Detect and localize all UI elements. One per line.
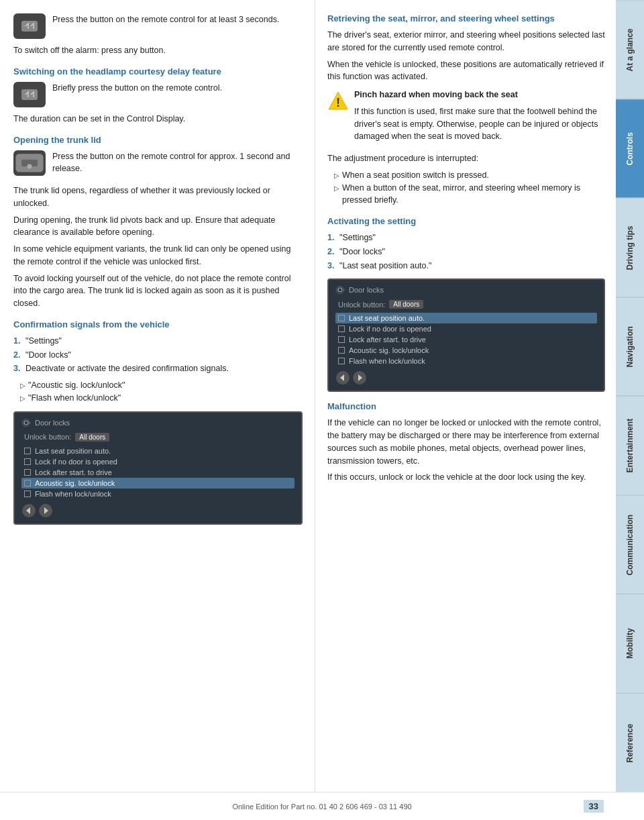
- switch-alarm-text: To switch off the alarm: press any butto…: [13, 44, 303, 57]
- section-confirmation-heading: Confirmation signals from the vehicle: [13, 319, 303, 329]
- screen-row: Lock after start. to drive: [335, 334, 597, 345]
- left-arrow-icon: [21, 503, 36, 518]
- sidebar-tab-navigation[interactable]: Navigation: [616, 297, 644, 397]
- list-item: 1."Settings": [327, 232, 605, 244]
- list-item: 3."Last seat position auto.": [327, 260, 605, 272]
- trunk-p3: In some vehicle equipment variants, the …: [13, 243, 303, 268]
- screen-checkbox: [24, 491, 31, 497]
- pinch-warning-box: ! Pinch hazard when moving back the seat…: [327, 89, 605, 147]
- activating-list: 1."Settings" 2."Door locks" 3."Last seat…: [327, 232, 605, 272]
- screen-checkbox: [338, 336, 345, 343]
- trunk-text: Press the button on the remote control f…: [52, 150, 303, 176]
- list-item: "Acoustic sig. lock/unlock": [20, 379, 303, 392]
- right-column: Retrieving the seat, mirror, and steerin…: [315, 0, 616, 792]
- sidebar-tab-driving-tips[interactable]: Driving tips: [616, 198, 644, 297]
- confirmation-list: 1."Settings" 2."Door locks" 3.Deactivate…: [13, 335, 303, 375]
- left-arrow-icon: [335, 370, 350, 385]
- pinch-detail: If this function is used, first make sur…: [354, 105, 605, 143]
- headlamp-text: Briefly press the button on the remote c…: [52, 82, 222, 95]
- page-number: 33: [584, 800, 604, 813]
- sidebar-tab-entertainment[interactable]: Entertainment: [616, 396, 644, 495]
- screen-row: Last seat position auto.: [21, 446, 294, 456]
- screen-checkbox: [338, 315, 345, 321]
- press-remote-text: Press the button on the remote control f…: [52, 13, 279, 26]
- list-item: 1."Settings": [13, 335, 303, 348]
- screen-row-label: Lock after start. to drive: [349, 336, 426, 344]
- sidebar-tab-communication[interactable]: Communication: [616, 495, 644, 595]
- left-screen-title: Door locks: [35, 419, 70, 427]
- list-item: "Flash when lock/unlock": [20, 392, 303, 405]
- trunk-p1: The trunk lid opens, regardless of wheth…: [13, 185, 303, 210]
- svg-point-6: [23, 419, 30, 426]
- screen-row: Flash when lock/unlock: [335, 356, 597, 366]
- press-remote-section: Press the button on the remote control f…: [13, 13, 303, 39]
- svg-rect-1: [21, 89, 38, 100]
- main-content: Press the button on the remote control f…: [0, 0, 616, 792]
- sidebar-tab-controls[interactable]: Controls: [616, 99, 644, 199]
- malfunction-p1: If the vehicle can no longer be locked o…: [327, 417, 605, 467]
- screen-row: Lock if no door is opened: [21, 456, 294, 467]
- left-column: Press the button on the remote control f…: [0, 0, 315, 792]
- screen-row: Lock if no door is opened: [335, 323, 597, 334]
- headlamp-icon-section: Briefly press the button on the remote c…: [13, 82, 303, 107]
- malfunction-heading: Malfunction: [327, 401, 605, 411]
- sidebar-tab-mobility[interactable]: Mobility: [616, 594, 644, 693]
- screen-row-label: Last seat position auto.: [35, 447, 111, 455]
- remote-button-icon: [13, 13, 46, 39]
- screen-checkbox: [338, 347, 345, 354]
- headlamp-remote-icon: [13, 82, 46, 107]
- screen-row-label: Lock if no door is opened: [35, 458, 117, 466]
- right-arrow-icon: [352, 370, 367, 385]
- interrupted-bullets: When a seat position switch is pressed. …: [334, 169, 605, 207]
- retrieve-heading: Retrieving the seat, mirror, and steerin…: [327, 13, 605, 23]
- trunk-p2: During opening, the trunk lid pivots bac…: [13, 214, 303, 240]
- screen-checkbox: [24, 448, 31, 454]
- left-screen-rows: Last seat position auto.Lock if no door …: [21, 446, 294, 518]
- sidebar-tab-at-a-glance[interactable]: At a glance: [616, 0, 644, 99]
- screen-checkbox: [24, 458, 31, 465]
- retrieve-p1: The driver's seat, exterior mirror, and …: [327, 29, 605, 54]
- svg-text:!: !: [336, 96, 340, 109]
- right-screen-title: Door locks: [349, 286, 384, 294]
- activating-heading: Activating the setting: [327, 216, 605, 226]
- confirmation-bullets: "Acoustic sig. lock/unlock" "Flash when …: [20, 379, 303, 405]
- screen-row-label: Lock if no door is opened: [349, 325, 431, 333]
- malfunction-p2: If this occurs, unlock or lock the vehic…: [327, 471, 605, 484]
- settings-gear-icon-right: [335, 285, 345, 295]
- svg-point-14: [337, 287, 344, 294]
- svg-point-13: [338, 288, 342, 292]
- retrieve-p2: When the vehicle is unlocked, these posi…: [327, 58, 605, 84]
- screen-row-label: Last seat position auto.: [349, 314, 425, 322]
- list-item: When a seat position switch is pressed.: [334, 169, 605, 182]
- list-item: 2."Door locks": [13, 349, 303, 362]
- warning-triangle-icon: !: [327, 90, 349, 111]
- list-item: When a button of the seat, mirror, and s…: [334, 182, 605, 207]
- screen-checkbox: [338, 358, 345, 364]
- screen-row: Lock after start. to drive: [21, 467, 294, 478]
- list-item: 2."Door locks": [327, 246, 605, 258]
- screen-checkbox: [24, 480, 31, 486]
- sidebar-tab-reference[interactable]: Reference: [616, 693, 644, 792]
- section-trunk-heading: Opening the trunk lid: [13, 135, 303, 145]
- duration-text: The duration can be set in the Control D…: [13, 113, 303, 125]
- left-screen-mockup: Door locks Unlock button: All doors Last…: [13, 411, 303, 525]
- screen-row: Flash when lock/unlock: [21, 489, 294, 499]
- right-unlock-row: Unlock button: All doors: [335, 299, 597, 310]
- trunk-remote-icon: [13, 150, 46, 176]
- svg-point-5: [24, 421, 28, 425]
- screen-row-label: Flash when lock/unlock: [349, 357, 425, 365]
- svg-rect-0: [21, 21, 38, 32]
- right-arrow-icon: [38, 503, 53, 518]
- screen-row-label: Acoustic sig. lock/unlock: [35, 479, 115, 487]
- trunk-icon-section: Press the button on the remote control f…: [13, 150, 303, 180]
- screen-row: Acoustic sig. lock/unlock: [335, 345, 597, 356]
- svg-point-4: [28, 164, 32, 168]
- screen-row: Last seat position auto.: [335, 313, 597, 323]
- screen-row-label: Lock after start. to drive: [35, 468, 112, 476]
- bottom-bar: Online Edition for Part no. 01 40 2 606 …: [0, 792, 644, 820]
- pinch-warning-title: Pinch hazard when moving back the seat: [354, 89, 605, 101]
- settings-gear-icon: [21, 418, 31, 427]
- bottom-bar-text: Online Edition for Part no. 01 40 2 606 …: [232, 803, 411, 811]
- screen-checkbox: [24, 469, 31, 476]
- sidebar: At a glance Controls Driving tips Naviga…: [616, 0, 644, 792]
